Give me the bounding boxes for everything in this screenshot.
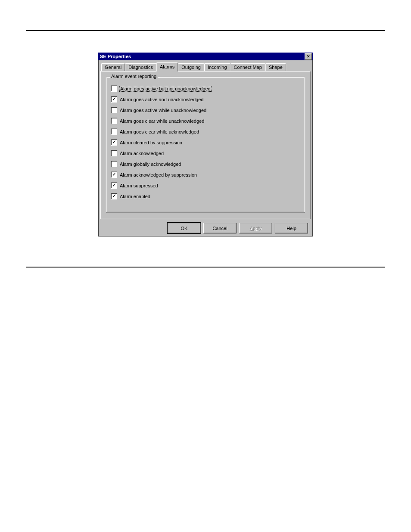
ok-button[interactable]: OK	[168, 223, 201, 233]
title-bar: SE Properties ✕	[98, 53, 313, 60]
window-title: SE Properties	[100, 54, 131, 59]
tab-shape[interactable]: Shape	[265, 63, 286, 71]
checkbox-label[interactable]: Alarm cleared by suppression	[120, 140, 182, 145]
tab-incoming[interactable]: Incoming	[204, 63, 230, 71]
checkbox-row: Alarm goes clear while unacknowledged	[111, 118, 300, 124]
tab-outgoing[interactable]: Outgoing	[178, 63, 204, 71]
checkbox-row: Alarm goes active while unacknowledged	[111, 107, 300, 113]
checkbox-label[interactable]: Alarm goes clear while unacknowledged	[120, 118, 204, 124]
checkbox-label[interactable]: Alarm acknowledged	[120, 151, 164, 156]
checkbox[interactable]	[111, 150, 117, 156]
tab-alarms[interactable]: Alarms	[156, 62, 178, 72]
help-label: Help	[286, 226, 296, 231]
apply-label: Apply	[250, 226, 262, 231]
checkbox[interactable]	[111, 161, 117, 167]
checkbox-row: Alarm cleared by suppression	[111, 139, 300, 146]
checkbox[interactable]	[111, 193, 117, 199]
checkbox-label[interactable]: Alarm suppressed	[120, 183, 158, 188]
checkbox[interactable]	[111, 171, 117, 178]
checkbox-label[interactable]: Alarm goes active while unacknowledged	[120, 108, 206, 113]
checkbox[interactable]	[111, 182, 117, 189]
divider-bottom	[26, 267, 385, 268]
dialog-window: SE Properties ✕ GeneralDiagnosticsAlarms…	[98, 53, 313, 236]
checkbox-label[interactable]: Alarm goes active and unacknowledged	[120, 97, 203, 102]
checkbox[interactable]	[111, 128, 117, 135]
tab-diagnostics[interactable]: Diagnostics	[125, 63, 156, 71]
apply-button[interactable]: Apply	[239, 223, 272, 233]
checkbox[interactable]	[111, 96, 117, 103]
ok-label: OK	[181, 226, 188, 231]
checkbox-row: Alarm suppressed	[111, 182, 300, 189]
tab-panel-alarms: Alarm event reporting Alarm goes active …	[100, 71, 311, 219]
cancel-label: Cancel	[212, 226, 227, 231]
checkbox-row: Alarm acknowledged by suppression	[111, 171, 300, 178]
checkbox[interactable]	[111, 139, 117, 146]
dialog-button-row: OK Cancel Apply Help	[100, 219, 311, 233]
checkbox-label[interactable]: Alarm acknowledged by suppression	[120, 172, 197, 177]
checkbox-row: Alarm goes active but not unacknowledged	[111, 85, 300, 92]
checkbox-row: Alarm goes clear while acknowledged	[111, 128, 300, 135]
checkbox[interactable]	[111, 118, 117, 124]
divider-top	[26, 30, 385, 31]
checkbox-list: Alarm goes active but not unacknowledged…	[111, 85, 300, 199]
group-alarm-event-reporting: Alarm event reporting Alarm goes active …	[106, 77, 305, 213]
checkbox-label[interactable]: Alarm enabled	[120, 194, 150, 199]
checkbox-row: Alarm globally acknowledged	[111, 161, 300, 167]
help-button[interactable]: Help	[275, 223, 308, 233]
tab-strip: GeneralDiagnosticsAlarmsOutgoingIncoming…	[100, 62, 311, 71]
checkbox-row: Alarm acknowledged	[111, 150, 300, 156]
tab-connect-map[interactable]: Connect Map	[230, 63, 265, 71]
checkbox-label[interactable]: Alarm goes clear while acknowledged	[120, 129, 199, 134]
checkbox-row: Alarm enabled	[111, 193, 300, 199]
cancel-button[interactable]: Cancel	[203, 223, 237, 233]
checkbox[interactable]	[111, 107, 117, 113]
checkbox-label[interactable]: Alarm globally acknowledged	[120, 162, 181, 167]
window-body: GeneralDiagnosticsAlarmsOutgoingIncoming…	[98, 60, 313, 236]
checkbox[interactable]	[111, 85, 117, 92]
close-button[interactable]: ✕	[305, 53, 312, 60]
tab-general[interactable]: General	[101, 63, 125, 71]
close-icon: ✕	[307, 55, 310, 59]
group-label: Alarm event reporting	[110, 74, 158, 79]
checkbox-label[interactable]: Alarm goes active but not unacknowledged	[120, 86, 211, 91]
checkbox-row: Alarm goes active and unacknowledged	[111, 96, 300, 103]
